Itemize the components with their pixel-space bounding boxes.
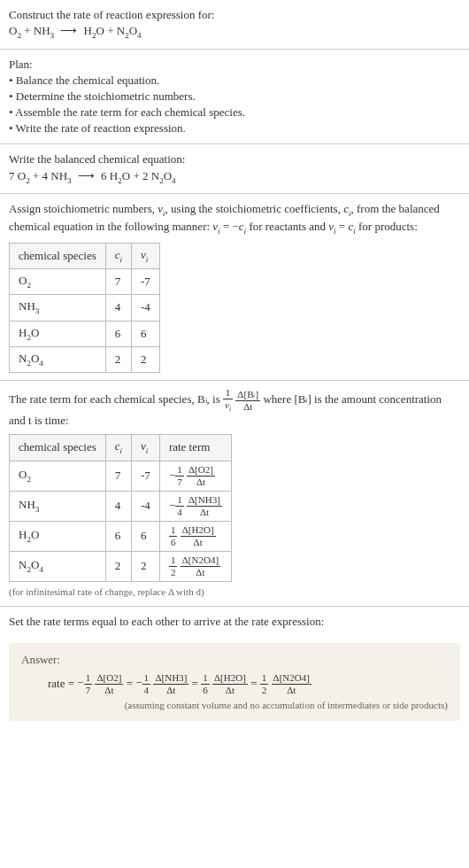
table-row: NH3 4 -4 −14 Δ[NH3]Δt (10, 491, 232, 521)
col-ci: ci (105, 243, 131, 268)
table-row: NH3 4 -4 (10, 295, 160, 321)
equals: = (127, 676, 136, 689)
table-row: H2O 6 6 16 Δ[H2O]Δt (10, 521, 232, 551)
unbalanced-equation: O2 + NH3 ⟶ H2O + N2O4 (9, 23, 460, 41)
plan-list: Balance the chemical equation. Determine… (9, 73, 460, 137)
answer-box: Answer: rate = −17 Δ[O2]Δt = −14 Δ[NH3]Δ… (9, 643, 460, 722)
rate-prefix: rate = (48, 676, 77, 689)
cell-species: N2O4 (10, 346, 106, 372)
col-species: chemical species (10, 435, 106, 461)
rateterm-text: The rate term for each chemical species,… (9, 388, 460, 429)
answer-expression: rate = −17 Δ[O2]Δt = −14 Δ[NH3]Δt = 16 Δ… (21, 673, 448, 695)
balanced-equation: 7 O2 + 4 NH3 ⟶ 6 H2O + 2 N2O4 (9, 168, 460, 186)
cell-nu: 2 (132, 551, 160, 581)
cell-c: 2 (105, 551, 131, 581)
plan-item: Write the rate of reaction expression. (9, 120, 460, 136)
cell-nu: -4 (132, 491, 160, 521)
cell-c: 2 (105, 346, 131, 372)
final-heading: Set the rate terms equal to each other t… (9, 614, 460, 630)
stoich-text: Assign stoichiometric numbers, νi, using… (9, 201, 460, 237)
reaction-arrow-icon: ⟶ (74, 168, 98, 184)
cell-species: H2O (10, 321, 106, 346)
col-nui: νi (132, 435, 160, 461)
answer-assumption: (assuming constant volume and no accumul… (21, 699, 448, 712)
cell-c: 7 (105, 268, 131, 294)
cell-nu: -7 (132, 461, 160, 491)
table-header-row: chemical species ci νi (10, 243, 160, 268)
cell-species: N2O4 (10, 551, 106, 581)
col-rate: rate term (159, 435, 231, 461)
table-row: N2O4 2 2 (10, 346, 160, 372)
table-header-row: chemical species ci νi rate term (10, 435, 232, 461)
frac-den: νi (223, 399, 233, 413)
cell-species: H2O (10, 521, 106, 551)
balanced-heading: Write the balanced chemical equation: (9, 151, 460, 167)
final-section: Set the rate terms equal to each other t… (0, 607, 469, 637)
cell-c: 4 (105, 295, 131, 321)
cell-c: 4 (105, 491, 131, 521)
infinitesimal-note: (for infinitesimal rate of change, repla… (9, 585, 460, 599)
table-row: O2 7 -7 −17 Δ[O2]Δt (10, 461, 232, 491)
balanced-section: Write the balanced chemical equation: 7 … (0, 144, 469, 193)
rateterm-section: The rate term for each chemical species,… (0, 381, 469, 606)
table-row: N2O4 2 2 12 Δ[N2O4]Δt (10, 551, 232, 581)
cell-c: 6 (105, 321, 131, 346)
frac-generic-rate: Δ[Bᵢ]Δt (235, 390, 260, 412)
cell-rate: 16 Δ[H2O]Δt (159, 521, 231, 551)
equals: = (192, 676, 202, 689)
term: −14 Δ[NH3]Δt (135, 676, 191, 689)
table-row: H2O 6 6 (10, 321, 160, 346)
cell-species: O2 (10, 461, 106, 491)
cell-nu: 6 (132, 321, 160, 346)
plan-item: Balance the chemical equation. (9, 73, 460, 89)
prompt-section: Construct the rate of reaction expressio… (0, 0, 469, 49)
term: 16 Δ[H2O]Δt (201, 676, 250, 689)
reaction-arrow-icon: ⟶ (57, 23, 81, 39)
col-nui: νi (132, 243, 160, 268)
cell-rate: −14 Δ[NH3]Δt (159, 491, 231, 521)
sign: − (169, 468, 175, 481)
cell-nu: 2 (132, 346, 160, 372)
cell-c: 7 (105, 461, 131, 491)
cell-rate: 12 Δ[N2O4]Δt (159, 551, 231, 581)
stoich-table: chemical species ci νi O2 7 -7 NH3 4 -4 … (9, 243, 160, 374)
rateterm-table: chemical species ci νi rate term O2 7 -7… (9, 434, 232, 582)
answer-label: Answer: (21, 652, 448, 668)
cell-c: 6 (105, 521, 131, 551)
cell-species: O2 (10, 268, 106, 294)
cell-nu: -4 (132, 295, 160, 321)
cell-species: NH3 (10, 295, 106, 321)
equals: = (250, 676, 260, 689)
term: −17 Δ[O2]Δt (77, 676, 126, 689)
cell-nu: -7 (132, 268, 160, 294)
sign: − (169, 498, 175, 511)
prompt-line: Construct the rate of reaction expressio… (9, 7, 460, 23)
stoich-section: Assign stoichiometric numbers, νi, using… (0, 194, 469, 380)
col-species: chemical species (10, 243, 106, 268)
plan-heading: Plan: (9, 57, 460, 73)
table-row: O2 7 -7 (10, 268, 160, 294)
term: 12 Δ[N2O4]Δt (260, 676, 311, 689)
cell-species: NH3 (10, 491, 106, 521)
cell-nu: 6 (132, 521, 160, 551)
cell-rate: −17 Δ[O2]Δt (159, 461, 231, 491)
plan-item: Assemble the rate term for each chemical… (9, 105, 460, 120)
plan-section: Plan: Balance the chemical equation. Det… (0, 50, 469, 144)
col-ci: ci (105, 435, 131, 461)
frac-generic-coef: 1νi (223, 388, 233, 413)
plan-item: Determine the stoichiometric numbers. (9, 89, 460, 105)
rateterm-text-a: The rate term for each chemical species,… (9, 392, 223, 406)
